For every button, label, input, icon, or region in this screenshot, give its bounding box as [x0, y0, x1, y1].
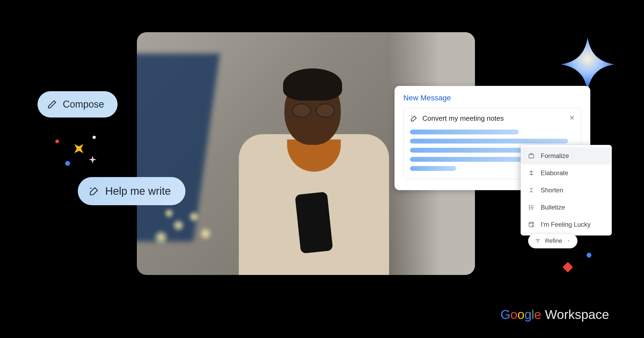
svg-point-6	[532, 225, 533, 226]
menu-item-label: Shorten	[541, 186, 563, 194]
svg-point-2	[529, 207, 530, 208]
compose-label: Compose	[63, 99, 104, 110]
dot-blue-icon-2	[587, 253, 591, 258]
expand-icon	[528, 170, 535, 177]
svg-point-1	[529, 205, 530, 206]
workspace-wordmark: Workspace	[545, 307, 609, 322]
svg-rect-0	[529, 155, 534, 158]
svg-rect-4	[529, 222, 534, 227]
briefcase-icon	[528, 152, 535, 159]
dot-blue-icon	[65, 161, 70, 166]
menu-item-lucky[interactable]: I'm Feeling Lucky	[521, 216, 612, 233]
sparkle-pencil-icon	[410, 115, 418, 122]
dice-icon	[528, 221, 535, 228]
menu-item-label: Bulletize	[541, 204, 565, 211]
menu-item-elaborate[interactable]: Elaborate	[521, 164, 612, 182]
menu-item-bulletize[interactable]: Bulletize	[521, 199, 612, 216]
menu-item-label: I'm Feeling Lucky	[541, 221, 591, 228]
google-wordmark: Google	[500, 307, 541, 322]
sparkle-pencil-icon	[89, 186, 99, 197]
person-illustration	[217, 43, 405, 275]
dot-white-icon	[93, 136, 96, 139]
google-workspace-logo: Google Workspace	[500, 307, 609, 322]
svg-point-7	[532, 223, 533, 224]
diamond-red-icon	[562, 262, 573, 273]
bokeh-lights	[153, 197, 223, 251]
refine-label: Refine	[545, 237, 562, 244]
tune-icon	[535, 238, 541, 244]
refine-button[interactable]: Refine	[528, 233, 577, 248]
chevron-up-icon	[566, 239, 571, 243]
svg-point-5	[530, 223, 531, 224]
menu-item-label: Formalize	[541, 152, 569, 160]
dot-red-icon	[55, 139, 59, 143]
menu-item-label: Elaborate	[541, 169, 568, 177]
compose-button[interactable]: Compose	[38, 91, 118, 117]
refine-menu: Formalize Elaborate Shorten Bulletize I'…	[521, 145, 612, 236]
sparkle-yellow-icon	[70, 139, 88, 158]
close-icon[interactable]	[569, 115, 575, 122]
menu-item-formalize[interactable]: Formalize	[521, 147, 612, 164]
compress-icon	[528, 187, 535, 194]
help-me-write-label: Help me write	[105, 185, 171, 197]
pencil-icon	[47, 100, 57, 109]
gemini-spark-icon	[561, 38, 614, 91]
svg-point-3	[529, 209, 530, 209]
prompt-input[interactable]: Convert my meeting notes	[422, 114, 504, 123]
menu-item-shorten[interactable]: Shorten	[521, 182, 612, 199]
list-icon	[528, 204, 535, 211]
sparkle-pink-icon	[89, 156, 97, 164]
help-me-write-button[interactable]: Help me write	[78, 177, 185, 205]
panel-title: New Message	[403, 94, 581, 102]
